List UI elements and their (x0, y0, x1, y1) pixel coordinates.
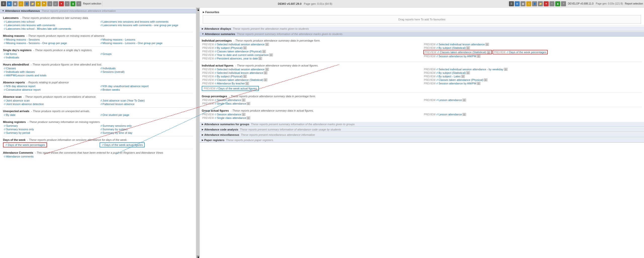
link-sessions-overall[interactable]: ↺Sessions (overall) (100, 70, 193, 74)
right-icon-warning[interactable]: ⚠ (526, 1, 531, 6)
preview-days-actual-right[interactable]: PREVIEW ↺ Days of the week actual figure… (202, 86, 259, 91)
preview-act-weekday[interactable]: PREVIEW ↺ Selected individual session at… (423, 68, 642, 71)
link-by-date[interactable]: ↺By date (3, 113, 97, 117)
icon-flag[interactable]: ⚑ (42, 1, 47, 6)
link-summary-sessions[interactable]: ↺Summary sessions only (100, 124, 193, 127)
paper-reg-header[interactable]: ▶ Paper registers These reports produce … (200, 138, 644, 143)
right-icon-folder[interactable]: 📁 (538, 1, 543, 6)
preview-act-sel-session[interactable]: PREVIEW ↺ Selected individual session at… (202, 68, 420, 71)
preview-subject-phys[interactable]: PREVIEW ↺ By subject (Physical) ▤ (202, 46, 420, 50)
preview-sel-lesson[interactable]: PREVIEW ↺ Selected individual lesson att… (423, 43, 642, 46)
preview-grp-single-class[interactable]: PREVIEW ↺ Single class attendance ▤ (202, 102, 420, 105)
icon-list[interactable]: ⊞ (7, 1, 12, 6)
link-attendance-comments[interactable]: ↺Attendance comments (3, 155, 193, 158)
attendance-displays-header[interactable]: ▶ Attendance displays These reports pres… (200, 26, 644, 31)
preview-days-pct-right[interactable]: PREVIEW ↺ Days of the week percentages (493, 50, 547, 54)
scroll-up[interactable]: ▲ (197, 8, 199, 11)
link-latecomers-lessons-comments[interactable]: ↺Latecomers into lessons with comments (3, 23, 97, 27)
right-icon-user[interactable]: 👤 (532, 1, 537, 6)
scroll-down[interactable]: ▼ (197, 255, 199, 258)
link-joint-lesson[interactable]: ↺Joint lesson absence detection (3, 102, 97, 106)
right-icon-menu[interactable]: ☰ (509, 1, 514, 6)
link-summary-period[interactable]: ↺Summary by period (3, 131, 97, 135)
link-joint-scan[interactable]: ↺Joint absence scan (3, 99, 97, 102)
icon-folder[interactable]: 📁 (30, 1, 35, 6)
preview-act-classes-phys[interactable]: PREVIEW ↺ Classes taken attendance (Phys… (423, 78, 642, 82)
menu-icon[interactable]: ☰ (1, 1, 6, 6)
preview-grp-act-lesson[interactable]: PREVIEW ↺ Lesson attendance ▤ (423, 113, 642, 116)
link-missing-sessions-group[interactable]: ↺Missing reasons - Sessions - One group … (3, 41, 97, 45)
preview-classes-phys[interactable]: PREVIEW ↺ Classes taken attendance (Phys… (202, 50, 420, 53)
preview-act-sel-lesson[interactable]: PREVIEW ↺ Selected individual lesson att… (202, 71, 420, 75)
preview-ytd[interactable]: PREVIEW ↺ Year to date and current week … (202, 53, 420, 57)
link-individuals-classes[interactable]: ↺Individuals with classes (3, 70, 97, 74)
att-code-header[interactable]: ▶ Attendance code analysis These reports… (200, 127, 644, 132)
preview-grp-act-single[interactable]: PREVIEW ↺ Single class attendance ▤ (202, 116, 420, 120)
link-patterned[interactable]: ↺Patterned lesson absence (100, 102, 193, 106)
preview-grp-lesson[interactable]: PREVIEW ↺ Lesson attendance ▤ (423, 98, 642, 102)
favourites-header[interactable]: ▶ Favourites (203, 10, 641, 14)
link-latecomers-school[interactable]: ↺Latecomers into school (3, 20, 97, 23)
link-missing-lessons-group[interactable]: ↺Missing reasons - Lessons - One group p… (100, 41, 193, 45)
icon-table[interactable]: ▦ (13, 1, 18, 6)
preview-act-subject-phys[interactable]: PREVIEW ↺ By subject (Physical) ▤ (202, 75, 420, 78)
link-latecomers-minutes[interactable]: ↺Latecomers into school - Minutes late w… (3, 27, 97, 30)
preview-grp-session[interactable]: PREVIEW ↺ Session attendance ▤ (202, 98, 420, 102)
preview-subject-stat[interactable]: PREVIEW ↺ By subject (Statistical) ▤ (423, 46, 642, 50)
link-groups[interactable]: ↺Groups (100, 52, 193, 56)
link-individuals[interactable]: ↺Individuals (3, 56, 97, 59)
link-nth-unauth[interactable]: ↺N'th day unauthorised absence report (100, 84, 193, 88)
preview-act-lates[interactable]: PREVIEW ↺ By subject - Lates ▤ (423, 75, 642, 78)
attendance-misc-section-header[interactable]: ▼ Attendance miscellaneous These reports… (0, 9, 196, 13)
icon-quest[interactable]: ? (76, 1, 81, 6)
link-classes[interactable]: ↺Classes (3, 67, 97, 70)
right-icon-bar[interactable]: ▮ (555, 1, 560, 6)
link-all-forms[interactable]: ↺All forms (3, 52, 97, 56)
link-one-student[interactable]: ↺One student per page (100, 113, 193, 117)
link-nth-day[interactable]: ↺N'th day absence report (3, 84, 97, 88)
preview-att-teacher[interactable]: PREVIEW ↺ Attendance By teacher ▤ (202, 82, 420, 85)
paper-reg-subtitle: These reports produce paper registers. (226, 139, 274, 142)
att-misc-header[interactable]: ▶ Attendance miscellaneous These reports… (200, 133, 644, 137)
preview-session-ampm[interactable]: PREVIEW ↺ Session attendance by AM/PM ▤ (423, 54, 642, 58)
link-summary-lessons[interactable]: ↺Summary lessons only (3, 127, 97, 131)
right-icon-heart[interactable]: ♥ (544, 1, 549, 6)
link-summary[interactable]: ↺Summary (3, 124, 97, 127)
link-latecomers-one-group[interactable]: ↺Latecomers into lessons with comments -… (100, 23, 193, 27)
right-icon-table[interactable]: ▦ (520, 1, 526, 6)
icon-user[interactable]: 👤 (24, 1, 29, 6)
attendance-summaries-header[interactable]: ▼ Attendance summaries These reports pre… (200, 32, 644, 37)
preview-act-classes-stat[interactable]: PREVIEW ↺ Classes taken attendance (Stat… (202, 78, 420, 82)
link-individuals-hours[interactable]: ↺Individuals (100, 67, 193, 70)
icon-bar[interactable]: ▮ (70, 1, 75, 6)
link-days-actual[interactable]: ↺ Days of the week actual figures (100, 142, 145, 147)
preview-persistent[interactable]: PREVIEW ↺ Persistent absences, year to d… (202, 57, 420, 60)
preview-act-subject-stat[interactable]: PREVIEW ↺ By subject (Statistical) ▤ (423, 71, 642, 75)
link-joint-ytd[interactable]: ↺Joint absence scan (Year To Date) (100, 99, 193, 102)
single-day-row: ↺All forms ↺Individuals ↺Groups (3, 52, 193, 59)
preview-act-session-ampm[interactable]: PREVIEW ↺ Session attendance by AM/PM ▤ (423, 82, 642, 85)
icon-warning[interactable]: ⚠ (18, 1, 23, 6)
preview-grp-act-session[interactable]: PREVIEW ↺ Session attendance ▤ (202, 113, 420, 116)
link-missing-lessons[interactable]: ↺Missing reasons - Lessons (100, 38, 193, 41)
icon-star[interactable]: ★ (36, 1, 41, 6)
att-sum-groups-header[interactable]: ▶ Attendance summaries for groups These … (200, 122, 644, 127)
link-days-percentages[interactable]: ↺ Days of the week percentages (3, 142, 47, 147)
icon-arrow2[interactable]: ▷ (53, 1, 58, 6)
right-icon-quest[interactable]: ? (561, 1, 566, 6)
middle-scrollbar[interactable]: ▲ ▼ (196, 8, 200, 258)
link-latecomers-sessions-lessons[interactable]: ↺Latecomers into sessions and lessons wi… (100, 20, 193, 23)
link-summary-time[interactable]: ↺Summary by time of day (100, 131, 193, 135)
preview-classes-stat[interactable]: PREVIEW ↺ Classes taken attendance (Stat… (423, 50, 492, 54)
link-summary-subject[interactable]: ↺Summary by subject (100, 127, 193, 131)
link-consecutive[interactable]: ↺Consecutive absence report (3, 88, 97, 91)
right-icon-dot[interactable]: • (549, 1, 554, 6)
link-missing-sessions[interactable]: ↺Missing reasons - Sessions (3, 38, 97, 41)
link-ampm[interactable]: ↺AM/PM/Lesson counts and totals (3, 74, 97, 77)
link-broken-weeks[interactable]: ↺Broken weeks (100, 88, 193, 91)
preview-sel-session[interactable]: PREVIEW ↺ Selected individual session at… (202, 43, 420, 46)
right-icon-list[interactable]: ⊞ (515, 1, 520, 6)
icon-dot[interactable]: • (65, 1, 70, 6)
icon-arrow1[interactable]: ◁ (47, 1, 52, 6)
icon-heart[interactable]: ♥ (59, 1, 64, 6)
